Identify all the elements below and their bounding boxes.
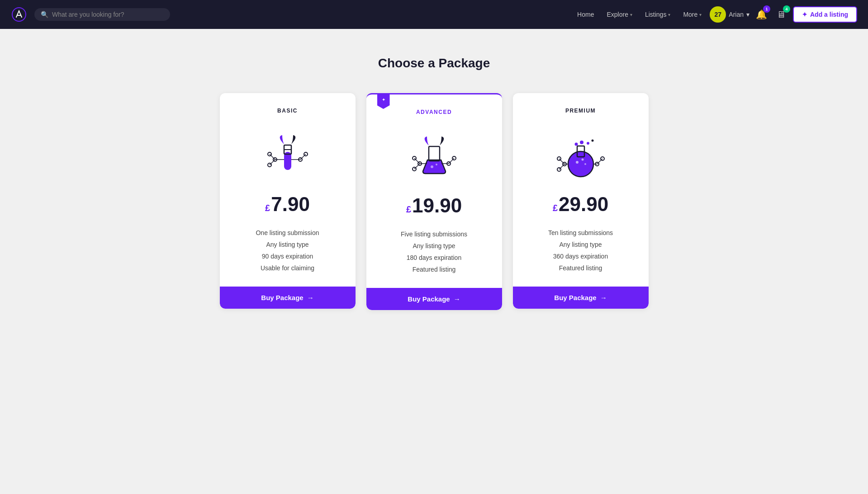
currency-premium: £ xyxy=(553,203,558,213)
feature-item: 180 days expiration xyxy=(381,252,488,263)
featured-badge: ✦ xyxy=(377,94,390,109)
add-listing-button[interactable]: ✦ Add a listing xyxy=(793,6,857,23)
feature-item: Featured listing xyxy=(381,263,488,275)
buy-button-basic[interactable]: Buy Package → xyxy=(220,287,356,309)
feature-item: One listing submission xyxy=(234,227,341,239)
illustration-basic xyxy=(234,125,341,183)
add-listing-label: Add a listing xyxy=(810,11,848,18)
currency-advanced: £ xyxy=(406,204,411,215)
svg-line-42 xyxy=(559,164,564,169)
svg-rect-14 xyxy=(429,146,440,161)
svg-point-16 xyxy=(431,165,433,168)
svg-point-28 xyxy=(568,151,593,177)
svg-line-41 xyxy=(559,159,564,164)
price-row-basic: £ 7.90 xyxy=(234,194,341,214)
cart-button[interactable]: 🖥 4 xyxy=(773,6,789,23)
package-card-basic: BASIC xyxy=(220,93,356,309)
svg-point-17 xyxy=(436,164,437,165)
feature-item: Any listing type xyxy=(527,239,634,250)
feature-item: Ten listing submissions xyxy=(527,227,634,239)
price-row-advanced: £ 19.90 xyxy=(381,196,488,216)
package-card-advanced: ✦ ADVANCED xyxy=(366,93,502,310)
feature-item: 360 days expiration xyxy=(527,250,634,262)
avatar: 27 xyxy=(710,6,726,23)
svg-line-46 xyxy=(597,159,602,164)
features-basic: One listing submission Any listing type … xyxy=(234,227,341,274)
site-logo[interactable] xyxy=(11,6,27,23)
svg-line-8 xyxy=(270,154,275,160)
nav-links: Home Explore ▾ Listings ▾ More ▾ 27 Aria… xyxy=(573,6,857,23)
nav-more[interactable]: More ▾ xyxy=(678,7,706,22)
page-title: Choose a Package xyxy=(172,56,697,71)
currency-basic: £ xyxy=(265,203,270,213)
feature-item: Any listing type xyxy=(234,239,341,250)
svg-line-23 xyxy=(414,164,420,169)
arrow-right-icon: → xyxy=(307,294,314,301)
svg-line-27 xyxy=(449,158,454,164)
package-card-premium: PREMIUM xyxy=(513,93,649,309)
chevron-down-icon: ▾ xyxy=(746,11,749,18)
arrow-right-icon: → xyxy=(600,294,607,301)
svg-line-13 xyxy=(300,154,306,160)
feature-item: Five listing submissions xyxy=(381,228,488,240)
price-row-premium: £ 29.90 xyxy=(527,194,634,214)
svg-line-22 xyxy=(414,158,420,164)
star-icon: ✦ xyxy=(382,97,385,102)
nav-listings[interactable]: Listings ▾ xyxy=(640,7,675,22)
buy-button-premium[interactable]: Buy Package → xyxy=(513,287,649,309)
plan-name-basic: BASIC xyxy=(234,108,341,114)
plan-name-advanced: ADVANCED xyxy=(381,109,488,115)
svg-line-9 xyxy=(270,160,275,165)
svg-point-30 xyxy=(576,161,579,164)
chevron-down-icon: ▾ xyxy=(630,12,632,17)
notifications-button[interactable]: 🔔 1 xyxy=(753,6,769,23)
nav-explore[interactable]: Explore ▾ xyxy=(602,7,636,22)
username-label: Arian xyxy=(729,11,744,18)
svg-point-33 xyxy=(574,143,578,146)
illustration-advanced xyxy=(381,126,488,185)
user-menu[interactable]: 27 Arian ▾ xyxy=(710,6,749,23)
chevron-down-icon: ▾ xyxy=(668,12,670,17)
nav-home[interactable]: Home xyxy=(573,7,598,22)
plan-name-premium: PREMIUM xyxy=(527,108,634,114)
svg-point-36 xyxy=(591,140,593,142)
plus-icon: ✦ xyxy=(802,11,807,18)
search-bar[interactable]: 🔍 xyxy=(34,8,170,21)
search-input[interactable] xyxy=(52,11,164,18)
feature-item: Featured listing xyxy=(527,262,634,274)
feature-item: Any listing type xyxy=(381,240,488,252)
pricing-grid: BASIC xyxy=(172,93,697,310)
buy-button-advanced[interactable]: Buy Package → xyxy=(366,288,502,310)
svg-point-35 xyxy=(587,142,589,145)
price-advanced: 19.90 xyxy=(412,196,462,216)
arrow-right-icon: → xyxy=(454,295,460,303)
price-premium: 29.90 xyxy=(559,194,608,214)
price-basic: 7.90 xyxy=(271,194,310,214)
search-icon: 🔍 xyxy=(41,11,48,18)
feature-item: Usable for claiming xyxy=(234,262,341,274)
chevron-down-icon: ▾ xyxy=(699,12,702,17)
notifications-badge: 1 xyxy=(763,5,770,13)
svg-point-32 xyxy=(584,163,586,165)
svg-point-34 xyxy=(580,141,583,144)
features-premium: Ten listing submissions Any listing type… xyxy=(527,227,634,274)
cart-badge: 4 xyxy=(783,5,790,13)
main-content: Choose a Package BASIC xyxy=(163,29,706,337)
navbar: 🔍 Home Explore ▾ Listings ▾ More ▾ 27 Ar… xyxy=(0,0,868,29)
illustration-premium xyxy=(527,125,634,183)
features-advanced: Five listing submissions Any listing typ… xyxy=(381,228,488,275)
feature-item: 90 days expiration xyxy=(234,250,341,262)
svg-point-31 xyxy=(581,159,583,161)
